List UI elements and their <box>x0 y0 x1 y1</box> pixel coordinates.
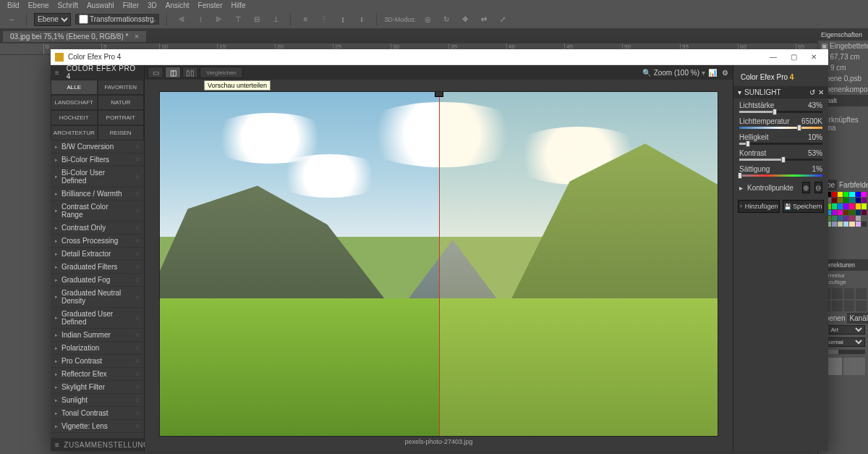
star-icon[interactable]: ☆ <box>135 358 140 364</box>
tool-icon[interactable]: ↔ <box>4 12 19 27</box>
menu-item[interactable]: Ebene <box>28 1 49 9</box>
close-icon[interactable]: ✕ <box>818 88 824 96</box>
presets-bar[interactable]: ≡ ZUSAMMENSTELLUNGEN <box>51 438 144 451</box>
category-favoriten[interactable]: FAVORITEN <box>98 80 145 95</box>
menu-item[interactable]: Bild <box>7 1 20 9</box>
filter-item[interactable]: ▸Indian Summer☆ <box>51 329 144 342</box>
filter-item[interactable]: ▸Contrast Color Range☆ <box>51 201 144 222</box>
swatch[interactable] <box>861 203 867 209</box>
slider-lichtstärke[interactable]: Lichtstärke43% <box>733 98 828 114</box>
swatch[interactable] <box>832 198 837 203</box>
star-icon[interactable]: ☆ <box>135 332 140 338</box>
distribute-icon[interactable]: ⫾ <box>354 12 369 27</box>
category-architektur[interactable]: ARCHITEKTUR <box>51 125 98 140</box>
align-right-icon[interactable]: ⫸ <box>212 12 226 27</box>
swatch[interactable] <box>843 222 848 227</box>
filter-item[interactable]: ▸Graduated Neutral Density☆ <box>51 287 144 308</box>
star-icon[interactable]: ☆ <box>135 345 140 351</box>
zoom-label[interactable]: Zoom (100 %) <box>654 69 699 77</box>
split-divider[interactable] <box>439 92 440 436</box>
swatch[interactable] <box>843 203 848 209</box>
align-bottom-icon[interactable]: ⊥ <box>268 12 283 27</box>
swatch[interactable] <box>849 216 854 221</box>
category-alle[interactable]: ALLE <box>51 80 98 95</box>
split-handle-icon[interactable] <box>435 91 443 97</box>
filter-section-header[interactable]: ▾ SUNLIGHT ↺ ✕ <box>733 86 828 98</box>
star-icon[interactable]: ☆ <box>135 251 140 257</box>
filter-item[interactable]: ▸Skylight Filter☆ <box>51 381 144 394</box>
filter-item[interactable]: ▸Graduated User Defined☆ <box>51 308 144 329</box>
slider-lichttemperatur[interactable]: Lichttemperatur6500K <box>733 114 828 130</box>
add-filter-button[interactable]: Hinzufügen <box>738 200 780 213</box>
swatch[interactable] <box>838 216 843 221</box>
swatch[interactable] <box>832 210 837 215</box>
star-icon[interactable]: ☆ <box>135 224 140 231</box>
swatch[interactable] <box>832 203 837 209</box>
align-top-icon[interactable]: ⊤ <box>231 12 245 27</box>
star-icon[interactable]: ☆ <box>135 397 140 403</box>
filter-item[interactable]: ▸Detail Extractor☆ <box>51 248 144 261</box>
preview-image[interactable] <box>159 91 718 437</box>
tab-channels[interactable]: Kanäle <box>847 313 868 324</box>
3d-zoom-icon[interactable]: ⤢ <box>495 12 510 27</box>
category-hochzeit[interactable]: HOCHZEIT <box>51 110 98 125</box>
category-reisen[interactable]: REISEN <box>98 125 145 140</box>
zoom-search-icon[interactable]: 🔍 <box>642 67 652 77</box>
adjustment-icon[interactable] <box>832 288 843 299</box>
swatch[interactable] <box>838 203 843 209</box>
star-icon[interactable]: ☆ <box>135 143 140 150</box>
filter-item[interactable]: ▸Graduated Fog☆ <box>51 274 144 287</box>
swatch[interactable] <box>843 216 848 221</box>
align-center-h-icon[interactable]: ⫶ <box>193 12 208 27</box>
slider-kontrast[interactable]: Kontrast53% <box>733 146 828 162</box>
menu-item[interactable]: Hilfe <box>231 1 246 9</box>
star-icon[interactable]: ☆ <box>135 371 140 377</box>
filter-item[interactable]: ▸Contrast Only☆ <box>51 222 144 235</box>
category-natur[interactable]: NATUR <box>98 95 145 110</box>
star-icon[interactable]: ☆ <box>135 294 140 300</box>
swatch[interactable] <box>856 192 861 197</box>
filter-item[interactable]: ▸Vignette: Lens☆ <box>51 420 144 433</box>
swatch[interactable] <box>861 216 867 221</box>
star-icon[interactable]: ☆ <box>135 190 140 197</box>
swatch[interactable] <box>861 192 867 197</box>
3d-slide-icon[interactable]: ⇄ <box>477 12 491 27</box>
star-icon[interactable]: ☆ <box>135 264 140 270</box>
star-icon[interactable]: ☆ <box>135 208 140 214</box>
menu-item[interactable]: Filter <box>123 1 139 9</box>
swatch[interactable] <box>856 216 861 221</box>
titlebar[interactable]: Color Efex Pro 4 — ▢ ✕ <box>51 49 828 65</box>
filter-item[interactable]: ▸Bi-Color User Defined☆ <box>51 167 144 188</box>
layer-thumb[interactable] <box>843 358 865 375</box>
filter-item[interactable]: ▸B/W Conversion☆ <box>51 140 144 154</box>
tab-swatches[interactable]: Farbfelder <box>837 180 868 190</box>
swatch[interactable] <box>849 210 854 215</box>
layer-dropdown[interactable]: Ebene <box>34 13 71 26</box>
hamburger-icon[interactable]: ≡ <box>55 69 62 77</box>
view-split-icon[interactable]: ◫ <box>165 67 181 78</box>
3d-pan-icon[interactable]: ✥ <box>458 12 472 27</box>
swatch[interactable] <box>856 198 861 203</box>
swatch[interactable] <box>856 210 861 215</box>
menu-item[interactable]: Ansicht <box>166 1 190 9</box>
filter-item[interactable]: ▸Graduated Filters☆ <box>51 261 144 274</box>
filter-item[interactable]: ▸Cross Processing☆ <box>51 235 144 248</box>
slider-helligkeit[interactable]: Helligkeit10% <box>733 130 828 146</box>
filter-item[interactable]: ▸Reflector Efex☆ <box>51 368 144 381</box>
swatch[interactable] <box>838 192 843 197</box>
star-icon[interactable]: ☆ <box>135 315 140 321</box>
close-icon[interactable]: × <box>135 33 139 41</box>
adjustment-icon[interactable] <box>832 300 843 311</box>
star-icon[interactable]: ☆ <box>135 277 140 283</box>
filter-item[interactable]: ▸Sunlight☆ <box>51 394 144 407</box>
reset-icon[interactable]: ↺ <box>809 88 815 96</box>
star-icon[interactable]: ☆ <box>135 423 140 429</box>
view-single-icon[interactable]: ▭ <box>148 67 163 78</box>
histogram-icon[interactable]: 📊 <box>707 67 718 77</box>
swatch[interactable] <box>849 192 854 197</box>
adjustment-icon[interactable] <box>856 300 867 311</box>
category-portrait[interactable]: PORTRAIT <box>98 110 145 125</box>
star-icon[interactable]: ☆ <box>135 237 140 244</box>
close-button[interactable]: ✕ <box>804 51 824 64</box>
swatch[interactable] <box>832 192 837 197</box>
